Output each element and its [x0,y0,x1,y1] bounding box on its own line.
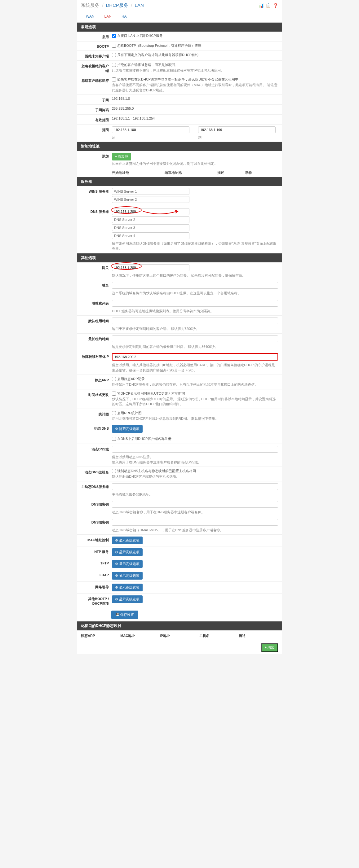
domain-input[interactable] [112,282,278,289]
breadcrumb-root: 系统服务 [81,2,99,8]
label-ddnshost: 动态DNS主机名 [81,469,112,474]
label-timefmt: 时间格式更改 [81,391,112,397]
static-col-ip: IP地址 [160,633,199,638]
ddns-checkbox[interactable] [112,437,116,441]
label-staticarp: 静态ARP [81,377,112,382]
bootp-toggle-button[interactable]: 显示高级选项 [112,595,143,603]
ddns-toggle-button[interactable]: 隐藏高级选项 [112,425,143,433]
label-ntp: NTP 服务 [81,548,112,554]
help-icon[interactable]: ❓ [273,3,278,8]
section-general: 常规选项 [77,23,282,32]
label-search: 域搜索列表 [81,300,112,306]
label-failover: 故障转移对等体IP [81,353,112,359]
wins1-input[interactable] [112,188,189,195]
ignore-denied-checkbox[interactable] [112,63,116,67]
dns2-input[interactable] [112,216,189,223]
label-gateway: 网关 [81,264,112,270]
pool-col-end: 结束地址池 [164,170,217,175]
range-to-input[interactable] [198,126,276,133]
label-tftp: TFTP [81,560,112,565]
static-col-arp: 静态ARP [81,633,120,638]
ignore-cid-checkbox[interactable] [112,78,116,82]
page-header: 系统服务 / DHCP服务 / LAN 📊 📋 ❓ [77,0,282,11]
label-bootp-other: 其他BOOTP / DHCP选项 [81,595,112,606]
label-ddnsdom: 动态DNS域 [81,446,112,452]
dns3-input[interactable] [112,224,189,231]
static-col-host: 主机名 [199,633,239,638]
label-deny: 拒绝未知客户端 [81,53,112,59]
save-button[interactable]: 保存设置 [111,611,138,619]
ddnshost-checkbox[interactable] [112,469,116,473]
enable-checkbox[interactable] [112,34,116,38]
pool-col-desc: 描述 [217,170,245,175]
section-static: 此接口的DHCP静态映射 [77,621,282,630]
section-other: 其他选项 [77,253,282,262]
deflease-input[interactable] [112,317,278,324]
label-subnet: 子网 [81,97,112,102]
failover-input[interactable] [112,353,278,361]
chart-icon[interactable]: 📊 [259,3,264,8]
section-servers: 服务器 [77,177,282,186]
label-dns: DNS 服务器 [81,208,112,214]
label-dnskey: DNS域密钥 [81,501,112,507]
tab-wan[interactable]: WAN [81,11,99,22]
label-ddns: 动态 DNS [81,425,112,431]
static-col-mac: MAC地址 [120,633,160,638]
maxlease-input[interactable] [112,336,278,342]
deny-checkbox[interactable] [112,53,116,57]
staticarp-checkbox[interactable] [112,377,116,381]
label-stats: 统计图 [81,411,112,417]
value-avail: 192.168.1.1 - 192.168.1.254 [112,117,278,120]
label-wins: WINS 服务器 [81,188,112,194]
label-ddnssrv: 主动态DNS服务器 [81,483,112,489]
label-ignore-cid: 忽略客户端标识符 [81,77,112,83]
value-subnet: 192.168.1.0 [112,97,278,100]
breadcrumb: 系统服务 / DHCP服务 / LAN [81,2,144,8]
label-bootp: BOOTP [81,43,112,48]
gateway-input[interactable] [112,264,189,271]
timefmt-checkbox[interactable] [112,392,116,396]
log-icon[interactable]: 📋 [266,3,271,8]
ldap-toggle-button[interactable]: 显示高级选项 [112,572,143,580]
stats-checkbox[interactable] [112,411,116,415]
dns1-input[interactable] [112,208,189,215]
mac-toggle-button[interactable]: 显示高级选项 [112,536,143,544]
dnskey-input[interactable] [112,501,278,508]
ddnssrv-input[interactable] [112,483,278,490]
label-dnssec: DNS域密钥 [81,519,112,525]
label-enable: 启用 [81,33,112,39]
dnssec-input[interactable] [112,519,278,526]
label-mask: 子网掩码 [81,106,112,113]
pool-col-act: 动作 [245,170,264,175]
wins2-input[interactable] [112,196,189,203]
label-ignore-denied: 忽略被拒绝的客户端 [81,63,112,73]
label-mac: MAC地址控制 [81,536,112,542]
label-add-pool: 添加 [81,153,112,159]
pool-col-start: 开始地址池 [112,170,164,175]
label-avail: 有效范围 [81,117,112,122]
label-deflease: 默认租用时间 [81,317,112,323]
tab-lan[interactable]: LAN [99,11,117,22]
breadcrumb-service[interactable]: DHCP服务 [106,2,129,8]
tftp-toggle-button[interactable]: 显示高级选项 [112,560,143,568]
range-from-input[interactable] [112,126,189,133]
section-pool: 附加地址池 [77,142,282,151]
breadcrumb-iface[interactable]: LAN [135,2,144,8]
netboot-toggle-button[interactable]: 显示高级选项 [112,584,143,591]
bootp-checkbox[interactable] [112,44,116,48]
add-pool-button[interactable]: + 添加池 [112,153,131,160]
interface-tabs: WAN LAN HA [77,11,282,23]
ddnsdom-input[interactable] [112,446,278,453]
label-ldap: LDAP [81,572,112,577]
add-static-button[interactable]: 增加 [261,643,278,652]
static-col-desc: 描述 [239,633,278,638]
dns4-input[interactable] [112,232,189,239]
search-input[interactable] [112,300,278,307]
label-range: 范围 [81,126,112,132]
tab-ha[interactable]: HA [117,11,132,22]
label-domain: 域名 [81,282,112,288]
label-maxlease: 最长租约时间 [81,336,112,341]
value-mask: 255.255.255.0 [112,106,278,110]
ntp-toggle-button[interactable]: 显示高级选项 [112,548,143,556]
label-netboot: 网络引导 [81,584,112,590]
